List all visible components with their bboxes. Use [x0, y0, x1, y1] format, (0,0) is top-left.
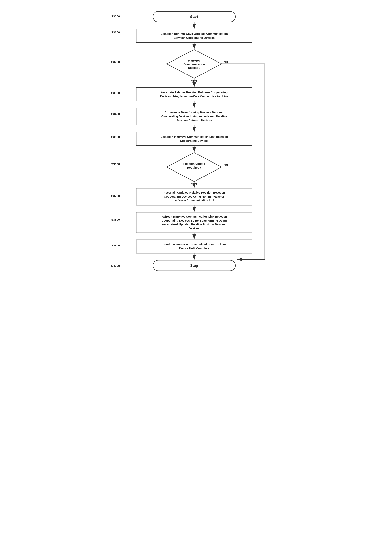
text-s3200-3: Desired? — [188, 66, 200, 69]
label-s4000: S4000 — [111, 264, 120, 267]
text-s3700-2: Cooperating Devices Using Non-mmWave or — [164, 195, 224, 198]
text-s3700-1: Ascertain Updated Relative Position Betw… — [163, 191, 225, 194]
label-s3000: S3000 — [111, 14, 120, 18]
text-s3500-1: Establish mmWave Communication Link Betw… — [160, 135, 228, 138]
label-s3100: S3100 — [111, 31, 120, 34]
text-s3400-2: Cooperating Devices Using Ascertained Re… — [161, 115, 227, 118]
flowchart-svg: text { font-family: Arial, sans-serif; f… — [108, 6, 285, 281]
label-s3900: S3900 — [111, 244, 120, 247]
text-s3400-1: Commence Beamforming Process Between — [165, 111, 224, 114]
text-s3400-3: Position Between Devices — [176, 119, 212, 122]
text-s3100-2: Between Cooperating Devices — [174, 36, 214, 39]
text-s3600-2: Required? — [187, 166, 201, 169]
box-s3500 — [136, 132, 252, 145]
text-s3300-2: Devices Using Non-mmWave Communication L… — [160, 95, 228, 98]
text-s3300-1: Ascertain Relative Position Between Coop… — [160, 91, 227, 94]
label-s3400: S3400 — [111, 112, 120, 116]
text-s3500-2: Cooperating Devices — [180, 139, 208, 142]
box-s3900 — [136, 240, 252, 253]
start-label: Start — [190, 15, 198, 19]
text-s3200-1: mmWave — [188, 59, 200, 62]
label-s3500: S3500 — [111, 135, 120, 139]
text-s3800-1: Refresh mmWave Communication Link Betwee… — [161, 215, 226, 218]
label-s3600: S3600 — [111, 162, 120, 166]
stop-label: Stop — [190, 264, 198, 267]
box-s3100 — [136, 29, 252, 42]
text-s3800-2: Cooperating Devices By Re-Beamforming Us… — [162, 219, 227, 222]
text-s3200-2: Communication — [183, 63, 205, 66]
no-s3600: NO — [224, 163, 228, 167]
text-s3900-1: Continue mmWave Communication With Clien… — [162, 243, 226, 246]
label-s3800: S3800 — [111, 218, 120, 221]
box-s3300 — [136, 88, 252, 101]
label-s3300: S3300 — [111, 91, 120, 95]
no-s3200: NO — [224, 60, 228, 63]
text-s3800-4: Devices — [189, 227, 199, 230]
label-s3700: S3700 — [111, 194, 120, 198]
text-s3600-1: Position Update — [183, 162, 205, 165]
text-s3100-1: Establish Non-mmWave Wireless Communicat… — [160, 32, 228, 35]
text-s3700-3: mmWave Communication Link — [173, 199, 215, 202]
text-s3900-2: Device Until Complete — [179, 247, 209, 250]
label-s3200: S3200 — [111, 60, 120, 63]
text-s3800-3: Ascertained Updated Relative Position Be… — [162, 223, 226, 226]
flowchart-container: text { font-family: Arial, sans-serif; f… — [108, 6, 285, 282]
